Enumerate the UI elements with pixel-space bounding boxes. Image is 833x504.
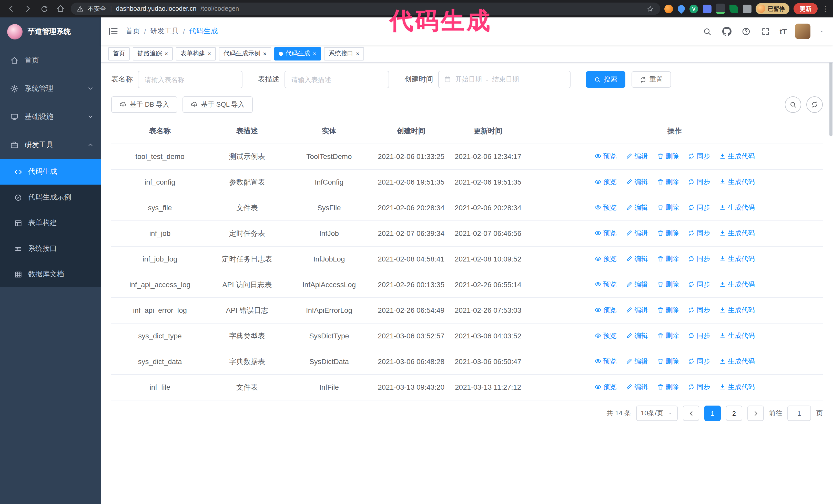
date-start-placeholder[interactable]: 开始日期 bbox=[455, 75, 482, 84]
extension-icon-6[interactable] bbox=[730, 4, 738, 13]
sidebar-item-code-generation[interactable]: 代码生成 bbox=[0, 159, 101, 185]
generate-code-link[interactable]: 生成代码 bbox=[719, 177, 755, 187]
sidebar-item-form-builder[interactable]: 表单构建 bbox=[0, 210, 101, 236]
tab-system-api[interactable]: 系统接口 × bbox=[324, 47, 364, 60]
close-icon[interactable]: × bbox=[263, 50, 266, 57]
page-size-select[interactable]: 10条/页 bbox=[636, 406, 678, 421]
delete-link[interactable]: 删除 bbox=[657, 280, 679, 289]
tab-codegen-example[interactable]: 代码生成示例 × bbox=[219, 47, 271, 60]
date-end-placeholder[interactable]: 结束日期 bbox=[492, 75, 519, 84]
address-bar[interactable]: 不安全 | dashboard.yudao.iocoder.cn /tool/c… bbox=[71, 3, 660, 15]
table-name-input[interactable] bbox=[138, 71, 242, 88]
close-icon[interactable]: × bbox=[165, 50, 168, 57]
preview-link[interactable]: 预览 bbox=[594, 305, 616, 315]
page-button-2[interactable]: 2 bbox=[726, 406, 742, 421]
edit-link[interactable]: 编辑 bbox=[626, 356, 648, 366]
browser-update-button[interactable]: 更新 bbox=[793, 3, 818, 14]
sidebar-item-codegen-example[interactable]: 代码生成示例 bbox=[0, 185, 101, 210]
header-search-icon[interactable] bbox=[702, 26, 713, 37]
preview-link[interactable]: 预览 bbox=[594, 280, 616, 289]
table-row[interactable]: tool_test_demo 测试示例表 ToolTestDemo 2021-0… bbox=[111, 144, 823, 169]
browser-reload-button[interactable] bbox=[38, 3, 50, 15]
sync-link[interactable]: 同步 bbox=[688, 177, 710, 187]
browser-menu-kebab-icon[interactable]: ⋮ bbox=[822, 5, 828, 13]
edit-link[interactable]: 编辑 bbox=[626, 382, 648, 392]
delete-link[interactable]: 删除 bbox=[657, 382, 679, 392]
user-avatar[interactable] bbox=[795, 24, 810, 39]
sync-link[interactable]: 同步 bbox=[688, 202, 710, 212]
next-page-button[interactable] bbox=[747, 406, 764, 421]
generate-code-link[interactable]: 生成代码 bbox=[719, 382, 755, 392]
avatar-caret-down-icon[interactable] bbox=[819, 28, 825, 34]
table-row[interactable]: inf_job_log 定时任务日志表 InfJobLog 2021-02-08… bbox=[111, 246, 823, 272]
delete-link[interactable]: 删除 bbox=[657, 356, 679, 366]
preview-link[interactable]: 预览 bbox=[594, 331, 616, 340]
generate-code-link[interactable]: 生成代码 bbox=[719, 356, 755, 366]
sync-link[interactable]: 同步 bbox=[688, 228, 710, 238]
table-row[interactable]: inf_file 文件表 InfFile 2021-03-13 09:43:20… bbox=[111, 375, 823, 400]
delete-link[interactable]: 删除 bbox=[657, 202, 679, 212]
font-size-icon[interactable]: tT bbox=[780, 27, 787, 35]
close-icon[interactable]: × bbox=[208, 50, 211, 57]
delete-link[interactable]: 删除 bbox=[657, 151, 679, 161]
sidebar-toggle-button[interactable] bbox=[101, 18, 125, 45]
edit-link[interactable]: 编辑 bbox=[626, 177, 648, 187]
extension-icon-2[interactable] bbox=[676, 4, 686, 14]
generate-code-link[interactable]: 生成代码 bbox=[719, 151, 755, 161]
table-row[interactable]: sys_dict_type 字典类型表 SysDictType 2021-03-… bbox=[111, 323, 823, 349]
table-row[interactable]: sys_file 文件表 SysFile 2021-02-06 20:28:34… bbox=[111, 195, 823, 221]
preview-link[interactable]: 预览 bbox=[594, 382, 616, 392]
breadcrumb-dev-tools[interactable]: 研发工具 bbox=[150, 27, 179, 36]
sidebar-item-dev-tools[interactable]: 研发工具 bbox=[0, 131, 101, 159]
tab-home[interactable]: 首页 bbox=[108, 47, 130, 60]
edit-link[interactable]: 编辑 bbox=[626, 254, 648, 264]
extension-icon-1[interactable] bbox=[664, 4, 673, 13]
sync-link[interactable]: 同步 bbox=[688, 254, 710, 264]
table-row[interactable]: inf_api_access_log API 访问日志表 InfApiAcces… bbox=[111, 272, 823, 297]
goto-page-input[interactable] bbox=[787, 406, 811, 421]
sidebar-item-database-doc[interactable]: 数据库文档 bbox=[0, 262, 101, 287]
close-icon[interactable]: × bbox=[313, 50, 316, 57]
delete-link[interactable]: 删除 bbox=[657, 177, 679, 187]
generate-code-link[interactable]: 生成代码 bbox=[719, 202, 755, 212]
import-sql-button[interactable]: 基于 SQL 导入 bbox=[183, 96, 253, 113]
close-icon[interactable]: × bbox=[356, 50, 359, 57]
browser-forward-button[interactable] bbox=[22, 3, 34, 15]
bookmark-star-icon[interactable] bbox=[646, 5, 654, 13]
table-row[interactable]: inf_api_error_log API 错误日志 InfApiErrorLo… bbox=[111, 297, 823, 323]
prev-page-button[interactable] bbox=[683, 406, 699, 421]
browser-back-button[interactable] bbox=[5, 3, 18, 15]
preview-link[interactable]: 预览 bbox=[594, 254, 616, 264]
scrollbar[interactable] bbox=[829, 19, 832, 503]
sync-link[interactable]: 同步 bbox=[688, 151, 710, 161]
sync-link[interactable]: 同步 bbox=[688, 382, 710, 392]
sidebar-item-system-api[interactable]: 系统接口 bbox=[0, 236, 101, 262]
sync-link[interactable]: 同步 bbox=[688, 331, 710, 340]
preview-link[interactable]: 预览 bbox=[594, 177, 616, 187]
not-secure-label[interactable]: 不安全 bbox=[88, 4, 106, 13]
browser-profile-chip[interactable]: 已暂停 bbox=[756, 3, 789, 14]
import-db-button[interactable]: 基于 DB 导入 bbox=[111, 96, 177, 113]
sync-link[interactable]: 同步 bbox=[688, 305, 710, 315]
delete-link[interactable]: 删除 bbox=[657, 331, 679, 340]
table-row[interactable]: inf_job 定时任务表 InfJob 2021-02-07 06:39:34… bbox=[111, 221, 823, 246]
reset-button[interactable]: 重置 bbox=[632, 71, 671, 88]
table-desc-input[interactable] bbox=[285, 71, 389, 88]
edit-link[interactable]: 编辑 bbox=[626, 202, 648, 212]
extension-icon-3[interactable]: V bbox=[689, 4, 698, 13]
github-icon[interactable] bbox=[721, 26, 733, 37]
toggle-search-button[interactable] bbox=[785, 96, 801, 113]
preview-link[interactable]: 预览 bbox=[594, 202, 616, 212]
extensions-puzzle-icon[interactable] bbox=[743, 4, 752, 13]
search-button[interactable]: 搜索 bbox=[586, 71, 625, 88]
sidebar-item-infrastructure[interactable]: 基础设施 bbox=[0, 102, 101, 131]
sync-link[interactable]: 同步 bbox=[688, 356, 710, 366]
generate-code-link[interactable]: 生成代码 bbox=[719, 305, 755, 315]
edit-link[interactable]: 编辑 bbox=[626, 228, 648, 238]
preview-link[interactable]: 预览 bbox=[594, 228, 616, 238]
date-range-picker[interactable]: 开始日期 - 结束日期 bbox=[438, 71, 571, 88]
app-logo[interactable]: 芋道管理系统 bbox=[0, 18, 101, 46]
tab-code-generation[interactable]: 代码生成 × bbox=[274, 47, 321, 60]
edit-link[interactable]: 编辑 bbox=[626, 151, 648, 161]
edit-link[interactable]: 编辑 bbox=[626, 280, 648, 289]
